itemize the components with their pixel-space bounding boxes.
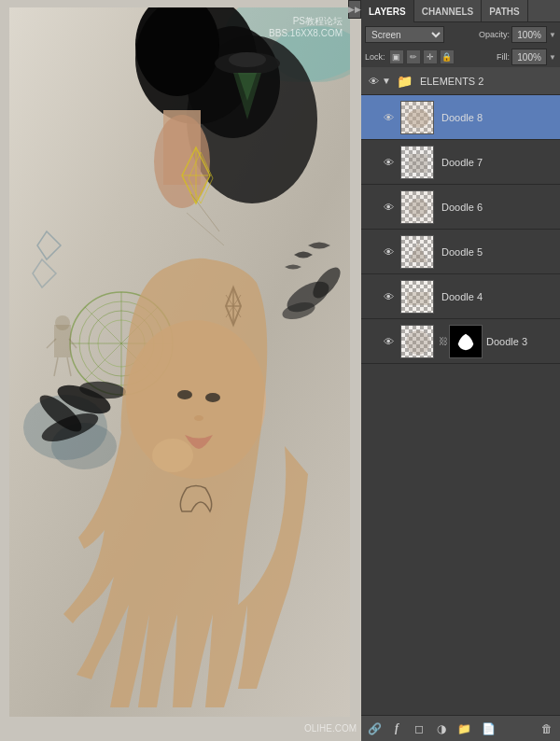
lock-transparent-btn[interactable]: ▣ [389,49,404,64]
new-layer-button[interactable]: 📄 [479,720,497,738]
layer-group-elements2[interactable]: 👁 ▼ 📁 ELEMENTS 2 [361,67,560,95]
eye-icon-doodle6[interactable]: 👁 [380,199,397,216]
opacity-input[interactable]: 100% [511,26,547,43]
thumbnail-doodle5 [400,235,434,269]
lock-all-btn[interactable]: 🔒 [440,49,455,64]
canvas-area: PS教程论坛 BBS.16XX8.COM OLIHE.COM [0,0,364,741]
lock-label: Lock: [365,52,385,62]
svg-point-65 [406,330,430,355]
svg-point-10 [229,52,266,67]
thumbnail-doodle6 [400,190,434,224]
lock-row: Lock: ▣ ✏ ✛ 🔒 Fill: 100% ▼ [361,47,560,67]
svg-point-43 [152,439,193,472]
add-mask-button[interactable]: ◻ [410,720,428,738]
lock-move-btn[interactable]: ✛ [423,49,438,64]
group-elements2-name: ELEMENTS 2 [420,76,556,87]
layer-doodle6[interactable]: 👁 Doodle 6 [361,185,560,230]
layers-list[interactable]: 👁 ▼ 📁 ELEMENTS 2 👁 Doodle 8 👁 [361,67,560,715]
layers-panel: ▶▶ LAYERS CHANNELS PATHS Screen Normal M… [361,0,560,741]
layer-doodle7-name: Doodle 7 [441,157,556,168]
eye-icon-doodle3[interactable]: 👁 [380,333,397,350]
eye-icon-doodle7[interactable]: 👁 [380,154,397,171]
svg-rect-57 [409,154,427,173]
fill-label: Fill: [497,52,510,62]
group-expand-arrow[interactable]: ▼ [382,76,391,86]
svg-point-45 [55,315,70,330]
thumbnail-doodle8 [400,101,434,134]
opacity-label: Opacity: [479,30,510,39]
tab-paths[interactable]: PATHS [482,0,527,22]
delete-layer-button[interactable]: 🗑 [538,720,556,738]
fill-input[interactable]: 100% [511,49,547,65]
link-layers-button[interactable]: 🔗 [365,720,384,738]
tabs-row: LAYERS CHANNELS PATHS [361,0,560,22]
layer-doodle4[interactable]: 👁 Doodle 4 [361,274,560,319]
svg-point-55 [407,109,429,128]
thumbnail-doodle7 [400,146,434,179]
svg-point-40 [177,390,192,399]
layer-doodle8-name: Doodle 8 [441,112,556,123]
layer-doodle5-name: Doodle 5 [441,246,556,258]
chain-icon: ⛓ [439,336,448,346]
blend-mode-row: Screen Normal Multiply Overlay Opacity: … [361,22,560,47]
thumbnail-doodle3 [400,325,434,358]
svg-rect-63 [407,292,429,305]
artwork: PS教程论坛 BBS.16XX8.COM [9,7,350,717]
panel-collapse-button[interactable]: ▶▶ [348,0,361,19]
layer-doodle3-name: Doodle 3 [486,336,556,347]
eye-icon-doodle5[interactable]: 👁 [380,244,397,260]
tab-layers[interactable]: LAYERS [361,0,414,22]
layer-doodle6-name: Doodle 6 [441,202,556,213]
layer-doodle7[interactable]: 👁 Doodle 7 [361,140,560,185]
new-group-button[interactable]: 📁 [455,720,473,738]
svg-point-42 [194,415,203,421]
layer-doodle8[interactable]: 👁 Doodle 8 [361,95,560,140]
tab-channels[interactable]: CHANNELS [414,0,483,22]
folder-icon: 📁 [397,74,413,89]
watermark: PS教程论坛 BBS.16XX8.COM [269,15,343,39]
svg-point-59 [409,199,427,217]
mask-thumbnail-doodle3 [449,325,483,358]
eye-icon-doodle8[interactable]: 👁 [380,109,397,126]
thumbnail-doodle4 [400,280,434,314]
svg-point-8 [154,115,210,208]
fill-arrow[interactable]: ▼ [549,53,556,62]
eye-icon-group[interactable]: 👁 [365,73,382,90]
blend-mode-select[interactable]: Screen Normal Multiply Overlay [365,26,444,43]
svg-point-41 [205,393,220,402]
lock-paint-btn[interactable]: ✏ [406,49,421,64]
eye-icon-doodle4[interactable]: 👁 [380,288,397,305]
bottom-watermark: OLIHE.COM [304,723,357,734]
opacity-arrow[interactable]: ▼ [549,31,556,39]
layer-doodle4-name: Doodle 4 [441,291,556,302]
adjustment-button[interactable]: ◑ [432,720,451,738]
fx-button[interactable]: f [387,720,406,738]
panel-bottom-toolbar: 🔗 f ◻ ◑ 📁 📄 🗑 [361,715,560,741]
layer-doodle3[interactable]: 👁 ⛓ Doodle 3 [361,319,560,364]
layer-doodle5[interactable]: 👁 Doodle 5 [361,230,560,274]
lock-icons: ▣ ✏ ✛ 🔒 [389,49,455,64]
